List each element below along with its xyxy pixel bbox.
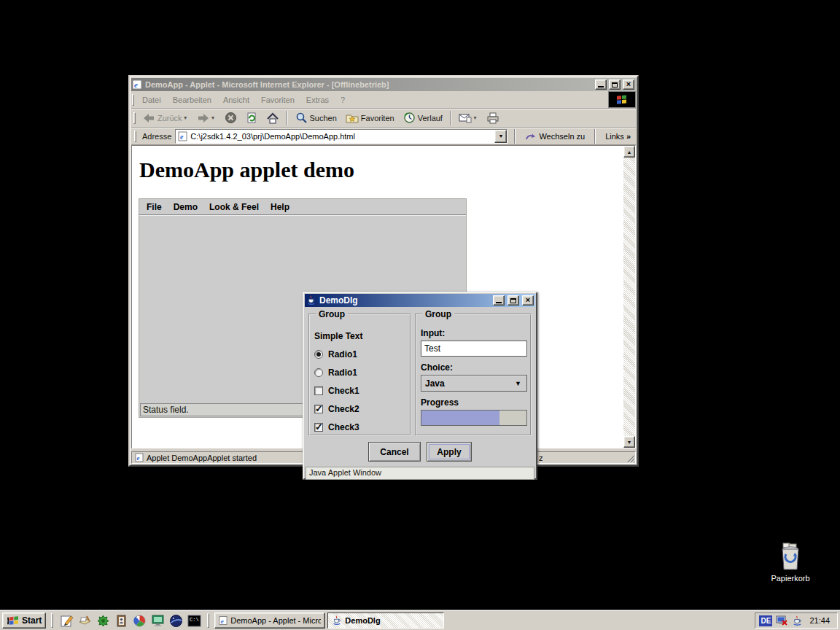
history-icon — [403, 112, 416, 124]
recycle-bin[interactable]: Papierkorb — [761, 542, 820, 583]
dialog-maximize-button[interactable] — [508, 295, 519, 306]
progress-fill — [421, 411, 499, 425]
go-button[interactable]: Wechseln zu — [522, 131, 588, 141]
java-applet-warning: Java Applet Window — [306, 467, 534, 480]
taskbar-grip[interactable] — [51, 613, 53, 628]
scroll-up-button[interactable]: ▲ — [623, 146, 635, 158]
quicklaunch-compose-icon[interactable] — [58, 612, 74, 629]
mail-dropdown-icon[interactable]: ▼ — [472, 115, 478, 120]
check-row-1[interactable]: Check2 — [314, 400, 407, 418]
links-chevron-icon[interactable]: » — [626, 132, 631, 141]
windows-flag-icon — [615, 94, 629, 106]
address-field: e ▼ — [175, 129, 508, 144]
quicklaunch-pc-monitor-icon[interactable] — [149, 612, 166, 629]
task-button-1[interactable]: DemoDlg — [327, 612, 444, 629]
scroll-down-button[interactable]: ▼ — [623, 436, 635, 448]
start-button[interactable]: Start — [2, 612, 46, 629]
history-button[interactable]: Verlauf — [399, 110, 447, 125]
address-input[interactable] — [190, 131, 491, 142]
menu-datei[interactable]: Datei — [136, 94, 167, 106]
cancel-button[interactable]: Cancel — [368, 442, 421, 462]
demodlg-title: DemoDlg — [319, 295, 490, 306]
stop-button[interactable] — [220, 110, 241, 125]
print-icon — [486, 112, 499, 124]
minimize-button[interactable] — [595, 79, 607, 90]
demodlg-window: DemoDlg × Group Simple Text Radio1 Radio… — [303, 292, 537, 480]
close-button[interactable]: × — [623, 79, 634, 90]
applet-menu-help[interactable]: Help — [265, 202, 295, 212]
back-dropdown-icon[interactable]: ▼ — [183, 115, 188, 120]
ie-logo-icon: e — [133, 79, 143, 90]
maximize-icon — [612, 82, 618, 88]
clock[interactable]: 21:44 — [806, 616, 830, 625]
choice-combobox[interactable]: Java ▼ — [421, 375, 527, 392]
system-tray: DE 21:44 — [755, 612, 838, 629]
language-indicator[interactable]: DE — [759, 615, 772, 626]
radio-row-1[interactable]: Radio1 — [314, 363, 407, 381]
toolbar-grip[interactable] — [133, 112, 136, 124]
taskbar-grip-2[interactable] — [207, 613, 209, 628]
applet-menu-file[interactable]: File — [141, 202, 168, 212]
menu-extras[interactable]: Extras — [300, 94, 335, 106]
menu-bearbeiten[interactable]: Bearbeiten — [167, 94, 217, 106]
links-bar[interactable]: Links » — [602, 132, 634, 141]
radio-1-label: Radio1 — [328, 368, 357, 378]
apply-button[interactable]: Apply — [427, 442, 472, 462]
progress-label: Progress — [421, 396, 527, 410]
resize-grip-icon[interactable] — [626, 454, 635, 463]
forward-button[interactable]: ▼ — [192, 111, 220, 125]
dialog-minimize-button[interactable] — [493, 295, 505, 306]
check-2-control[interactable] — [314, 423, 323, 432]
home-button[interactable] — [262, 111, 284, 125]
task-button-0[interactable]: e DemoApp - Applet - Micro... — [214, 612, 325, 629]
check-row-0[interactable]: Check1 — [314, 381, 407, 400]
demodlg-titlebar[interactable]: DemoDlg × — [305, 294, 535, 307]
radio-1-control[interactable] — [314, 368, 323, 377]
recycle-bin-icon — [777, 542, 804, 572]
dialog-close-button[interactable]: × — [522, 295, 534, 306]
input-field[interactable] — [421, 341, 527, 357]
task-ie-icon: e — [219, 615, 228, 626]
mail-icon — [459, 113, 472, 123]
demodlg-body: Group Simple Text Radio1 Radio1 Check1 C… — [305, 307, 535, 437]
favorites-icon — [346, 112, 359, 123]
maximize-button[interactable] — [609, 79, 621, 90]
print-button[interactable] — [482, 111, 504, 125]
ie-toolbar: Zurück ▼ ▼ — [131, 109, 636, 128]
check-2-label: Check3 — [328, 422, 359, 432]
choice-value: Java — [425, 378, 445, 389]
java-tray-icon[interactable] — [792, 615, 803, 626]
refresh-button[interactable] — [241, 110, 262, 125]
vertical-scrollbar[interactable]: ▲ ▼ — [623, 146, 635, 448]
page-ie-icon: e — [178, 131, 187, 141]
favorites-button[interactable]: Favoriten — [341, 111, 399, 125]
applet-menu-demo[interactable]: Demo — [168, 202, 203, 212]
mail-button[interactable]: ▼ — [454, 112, 482, 125]
back-button[interactable]: Zurück ▼ — [138, 111, 192, 125]
radio-0-control[interactable] — [314, 350, 323, 359]
forward-dropdown-icon[interactable]: ▼ — [211, 115, 216, 120]
quicklaunch-media-ball-icon[interactable] — [131, 612, 147, 629]
radio-row-0[interactable]: Radio1 — [314, 345, 407, 363]
quicklaunch-globe-icon[interactable] — [168, 612, 184, 629]
right-group-box: Group Input: Choice: Java ▼ Progress — [415, 314, 532, 436]
applet-menu-lookfeel[interactable]: Look & Feel — [203, 202, 265, 212]
quicklaunch-show-desktop-icon[interactable] — [77, 612, 93, 629]
menu-ansicht[interactable]: Ansicht — [217, 94, 255, 106]
check-1-control[interactable] — [314, 405, 323, 413]
desktop: { "colors": { "desktop_bg": "#000000", "… — [0, 0, 840, 630]
check-0-control[interactable] — [314, 386, 323, 395]
menu-favoriten[interactable]: Favoriten — [255, 94, 300, 106]
quicklaunch-bug-icon[interactable] — [95, 612, 111, 629]
addressbar-grip[interactable] — [134, 131, 136, 142]
search-button[interactable]: Suchen — [291, 110, 341, 125]
menu-hilfe[interactable]: ? — [335, 94, 351, 106]
scrollbar-track[interactable] — [623, 158, 635, 436]
quicklaunch-address-book-icon[interactable] — [113, 612, 129, 629]
quicklaunch-command-prompt-icon[interactable]: C:\ — [186, 612, 202, 629]
monitor-alert-tray-icon[interactable] — [776, 615, 788, 626]
menubar-grip[interactable] — [132, 94, 134, 106]
address-dropdown-button[interactable]: ▼ — [494, 130, 507, 143]
check-row-2[interactable]: Check3 — [314, 418, 407, 436]
ie-titlebar[interactable]: e DemoApp - Applet - Microsoft Internet … — [131, 78, 636, 91]
